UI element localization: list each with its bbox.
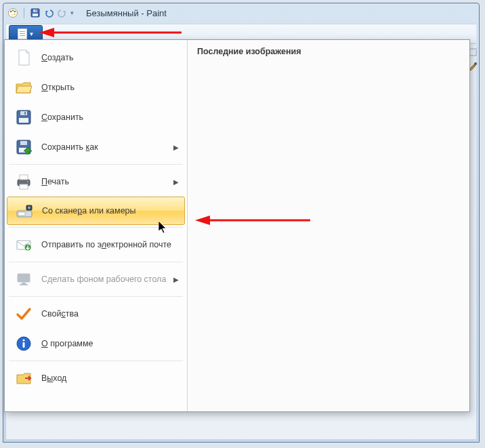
svg-point-5 [11, 14, 14, 16]
qat-customize-button[interactable]: ▾ [70, 9, 74, 16]
menu-item-about[interactable]: О программе [5, 329, 187, 359]
menu-item-label: Создать [41, 53, 180, 62]
file-icon [18, 28, 27, 39]
qat-save-button[interactable] [30, 7, 41, 18]
svg-rect-13 [19, 118, 28, 123]
menu-item-label: Выход [41, 373, 180, 383]
menu-item-scanner[interactable]: Со сканера или камеры [7, 197, 185, 225]
svg-point-11 [474, 62, 477, 65]
submenu-arrow-icon: ▶ [173, 144, 179, 151]
check-icon [13, 303, 35, 325]
submenu-arrow-icon: ▶ [173, 178, 179, 186]
menu-item-label: Печать [41, 177, 173, 186]
menu-item-label: Открыть [41, 83, 180, 92]
menu-item-label: Отправить по электронной почте [41, 240, 180, 249]
menu-item-label: О программе [41, 339, 180, 348]
desktop-icon [13, 268, 35, 290]
svg-rect-34 [23, 342, 25, 348]
menu-item-label: Сохранить [41, 113, 180, 122]
svg-point-4 [14, 14, 15, 15]
svg-rect-15 [24, 112, 26, 115]
quick-access-toolbar: ▾ [30, 7, 74, 18]
floppy-as-icon [13, 136, 35, 158]
folder-open-icon [13, 77, 35, 98]
menu-item-label: Со сканера или камеры [42, 206, 177, 216]
menu-item-print[interactable]: Печать▶ [5, 167, 187, 197]
menu-separator [9, 164, 183, 165]
svg-rect-7 [33, 14, 38, 16]
recent-documents-panel: Последние изображения [188, 40, 469, 411]
menu-item-label: Свойства [41, 309, 180, 319]
svg-rect-31 [20, 284, 28, 285]
svg-rect-9 [36, 10, 37, 12]
qat-undo-button[interactable] [43, 7, 54, 18]
svg-point-33 [22, 339, 24, 341]
svg-rect-21 [20, 184, 28, 189]
svg-rect-20 [20, 175, 28, 180]
file-menu-list: СоздатьОткрытьСохранитьСохранить как▶Печ… [5, 40, 188, 411]
svg-rect-29 [18, 274, 30, 282]
printer-icon [13, 171, 35, 192]
svg-point-2 [12, 9, 14, 11]
menu-separator [9, 262, 183, 262]
window-title: Безымянный - Paint [86, 8, 167, 18]
scanner-icon [14, 200, 35, 222]
svg-rect-14 [20, 111, 27, 115]
menu-item-label: Сделать фоном рабочего стола [41, 274, 173, 284]
file-menu-dropdown: СоздатьОткрытьСохранитьСохранить как▶Печ… [4, 39, 470, 412]
menu-item-new[interactable]: Создать [5, 43, 187, 73]
svg-point-22 [27, 181, 28, 182]
menu-item-exit[interactable]: Выход [5, 363, 187, 393]
menu-separator [9, 361, 183, 361]
floppy-icon [13, 106, 35, 128]
menu-item-save[interactable]: Сохранить [5, 102, 187, 132]
svg-point-1 [10, 11, 12, 12]
menu-separator [9, 227, 183, 228]
svg-rect-8 [33, 9, 37, 12]
mail-icon [13, 234, 35, 256]
svg-rect-10 [469, 49, 476, 56]
menu-item-saveas[interactable]: Сохранить как▶ [5, 132, 187, 162]
titlebar-separator [24, 7, 24, 18]
menu-item-label: Сохранить как [41, 142, 173, 152]
svg-point-26 [28, 207, 30, 209]
menu-item-open[interactable]: Открыть [5, 73, 187, 102]
menu-item-props[interactable]: Свойства [5, 299, 187, 329]
menu-item-wallpaper: Сделать фоном рабочего стола▶ [5, 264, 187, 294]
new-file-icon [13, 47, 35, 68]
app-icon [7, 7, 18, 18]
svg-rect-18 [20, 141, 27, 145]
svg-rect-30 [22, 283, 26, 284]
titlebar: ▾ Безымянный - Paint [3, 3, 479, 22]
recent-documents-title: Последние изображения [197, 47, 460, 56]
svg-point-3 [14, 11, 16, 12]
menu-separator [9, 296, 183, 297]
chevron-down-icon: ▼ [29, 31, 35, 37]
exit-icon [13, 367, 35, 389]
svg-rect-24 [18, 212, 25, 216]
qat-redo-button[interactable] [57, 7, 68, 18]
info-icon [13, 333, 35, 354]
submenu-arrow-icon: ▶ [173, 276, 179, 283]
menu-item-send[interactable]: Отправить по электронной почте [5, 230, 187, 260]
